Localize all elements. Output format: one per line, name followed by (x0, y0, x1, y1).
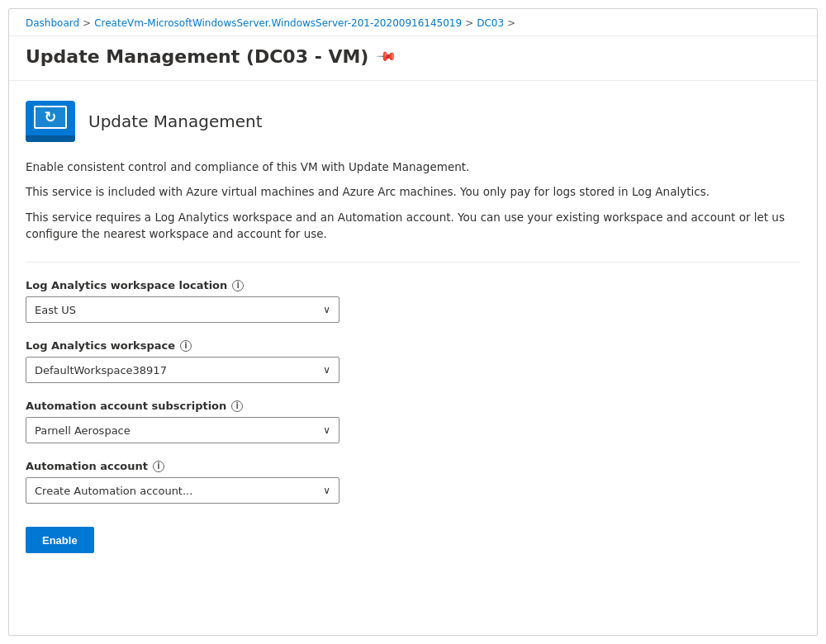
automation-account-group: Automation account i Create Automation a… (26, 460, 800, 504)
automation-subscription-info-icon[interactable]: i (231, 400, 243, 412)
breadcrumb-bar: Dashboard > CreateVm-MicrosoftWindowsSer… (9, 9, 817, 36)
breadcrumb-dashboard[interactable]: Dashboard (26, 17, 79, 29)
workspace-dropdown[interactable]: DefaultWorkspace38917 ∨ (26, 357, 339, 383)
form-divider (26, 262, 800, 263)
automation-subscription-group: Automation account subscription i Parnel… (26, 400, 800, 443)
workspace-info-icon[interactable]: i (180, 340, 192, 352)
breadcrumb: Dashboard > CreateVm-MicrosoftWindowsSer… (26, 17, 800, 29)
content-area: ↻ Update Management Enable consistent co… (9, 81, 817, 573)
description-line3: This service requires a Log Analytics wo… (26, 209, 800, 243)
automation-account-chevron-icon: ∨ (323, 485, 330, 496)
automation-account-info-icon[interactable]: i (153, 461, 164, 472)
workspace-location-label: Log Analytics workspace location i (26, 279, 800, 291)
workspace-value: DefaultWorkspace38917 (35, 364, 167, 376)
automation-subscription-chevron-icon: ∨ (323, 424, 330, 436)
breadcrumb-dc03[interactable]: DC03 (477, 17, 504, 29)
workspace-group: Log Analytics workspace i DefaultWorkspa… (26, 339, 800, 383)
update-management-icon: ↻ (26, 101, 75, 142)
automation-account-value: Create Automation account... (35, 485, 192, 497)
workspace-location-chevron-icon: ∨ (323, 304, 330, 315)
page-title: Update Management (DC03 - VM) (26, 46, 368, 67)
service-title: Update Management (88, 111, 263, 131)
automation-account-label: Automation account i (26, 460, 800, 472)
workspace-location-value: East US (35, 304, 76, 316)
automation-subscription-label: Automation account subscription i (26, 400, 800, 412)
refresh-arrows-icon: ↻ (44, 110, 56, 125)
breadcrumb-sep-2: > (465, 17, 473, 29)
automation-account-dropdown[interactable]: Create Automation account... ∨ (26, 477, 339, 504)
workspace-location-info-icon[interactable]: i (232, 280, 244, 291)
workspace-location-group: Log Analytics workspace location i East … (26, 279, 800, 323)
enable-button[interactable]: Enable (26, 527, 94, 553)
description-line2: This service is included with Azure virt… (26, 183, 800, 200)
pin-icon[interactable]: 📌 (376, 45, 399, 69)
page-header: Update Management (DC03 - VM) 📌 (9, 36, 817, 81)
breadcrumb-sep-3: > (507, 17, 515, 29)
monitor-screen: ↻ (34, 106, 67, 129)
workspace-chevron-icon: ∨ (323, 364, 330, 376)
automation-subscription-dropdown[interactable]: Parnell Aerospace ∨ (26, 417, 339, 443)
description-block: Enable consistent control and compliance… (26, 159, 800, 242)
workspace-label: Log Analytics workspace i (26, 339, 800, 352)
breadcrumb-sep-1: > (83, 17, 91, 29)
page-container: Dashboard > CreateVm-MicrosoftWindowsSer… (8, 8, 818, 636)
description-line1: Enable consistent control and compliance… (26, 159, 800, 175)
workspace-location-dropdown[interactable]: East US ∨ (26, 296, 339, 323)
automation-subscription-value: Parnell Aerospace (35, 424, 131, 437)
service-header: ↻ Update Management (26, 101, 800, 142)
breadcrumb-vm-creation[interactable]: CreateVm-MicrosoftWindowsServer.WindowsS… (94, 17, 462, 29)
